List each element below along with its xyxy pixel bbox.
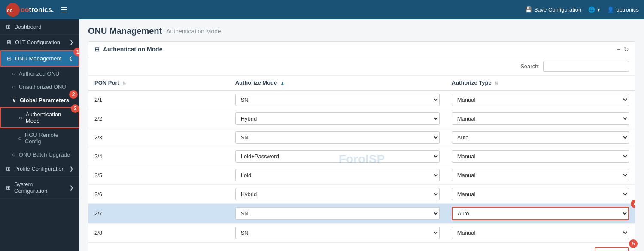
authorize-type-select[interactable]: ManualAuto — [452, 227, 629, 239]
cell-authorize-type: ManualAuto — [446, 166, 635, 185]
authorize-type-select[interactable]: ManualAuto — [452, 188, 629, 200]
navbar-left: oo ootronics. ☰ — [5, 2, 67, 18]
authorize-mode-select[interactable]: SNHybridLoid+PasswordLoidSN+Password — [235, 227, 440, 239]
cell-pon-port: 2/3 — [88, 128, 229, 147]
authorize-type-select[interactable]: ManualAuto — [452, 150, 629, 163]
sidebar-label-auth-mode: Authentication Mode — [26, 111, 73, 124]
page-title: ONU Management Authentication Mode — [88, 26, 635, 36]
annotation-2: 2 — [69, 90, 78, 99]
refresh-icon[interactable]: ↻ — [624, 46, 629, 53]
authorize-type-select[interactable]: ManualAuto — [452, 131, 629, 144]
sidebar-label-authorized-onu: Authorized ONU — [19, 70, 60, 77]
submit-button[interactable]: Submit — [595, 247, 629, 251]
svg-text:oo: oo — [7, 8, 13, 13]
onu-management-arrow: ❮ — [69, 56, 73, 61]
search-input[interactable] — [543, 61, 629, 72]
sidebar-label-dashboard: Dashboard — [14, 24, 73, 30]
sidebar-item-profile-config[interactable]: ⊞ Profile Configuration ❯ — [0, 161, 79, 177]
cell-authorize-type: ManualAuto — [446, 185, 635, 204]
cell-authorize-mode: SNHybridLoid+PasswordLoidSN+Password — [229, 147, 446, 166]
cell-pon-port: 2/5 — [88, 166, 229, 185]
sidebar-item-olt-config[interactable]: 🖥 OLT Configuration ❯ — [0, 35, 79, 50]
brand-name: oo — [21, 6, 29, 14]
sidebar-item-dashboard[interactable]: ⊞ Dashboard — [0, 19, 79, 35]
sidebar-item-unauthorized-onu[interactable]: ○ Unauthorized ONU — [0, 80, 79, 94]
sort-icon-pon[interactable]: ⇅ — [122, 81, 126, 85]
authorize-mode-select[interactable]: SNHybridLoid+PasswordLoidSN+Password — [235, 188, 440, 200]
authorize-mode-select[interactable]: SNHybridLoid+PasswordLoidSN+Password — [235, 169, 440, 181]
system-config-arrow: ❯ — [70, 185, 73, 191]
olt-config-arrow: ❯ — [70, 39, 73, 45]
dashboard-icon: ⊞ — [6, 24, 11, 30]
sidebar-label-unauthorized-onu: Unauthorized ONU — [19, 84, 66, 90]
sidebar-item-system-config[interactable]: ⊞ System Configuration ❯ — [0, 177, 79, 199]
hgu-remote-icon: ○ — [18, 135, 21, 142]
panel-title: ⊞ Authentication Mode — [94, 46, 162, 53]
language-arrow: ▾ — [597, 6, 600, 13]
table-row: 2/2SNHybridLoid+PasswordLoidSN+PasswordM… — [88, 109, 635, 128]
authorize-mode-select[interactable]: SNHybridLoid+PasswordLoidSN+Password — [235, 131, 440, 144]
content-area: ONU Management Authentication Mode ⊞ Aut… — [79, 19, 644, 251]
authorize-type-select[interactable]: ManualAuto — [452, 207, 629, 220]
brand-logo: oo ootronics. — [5, 2, 54, 18]
cell-authorize-type: ManualAuto — [446, 224, 635, 242]
page-title-main: ONU Management — [88, 26, 162, 36]
cell-pon-port: 2/1 — [88, 90, 229, 109]
table-container: ForoISP PON Port ⇅ Authorize Mode ▲ — [88, 76, 635, 242]
system-config-icon: ⊞ — [6, 184, 11, 191]
page-title-sub: Authentication Mode — [166, 28, 221, 35]
sidebar-item-auth-mode[interactable]: ○ Authentication Mode 3 — [0, 107, 79, 128]
authorize-mode-select[interactable]: SNHybridLoid+PasswordLoidSN+Password — [235, 150, 440, 163]
authorize-mode-select[interactable]: SNHybridLoid+PasswordLoidSN+Password — [235, 112, 440, 125]
user-menu[interactable]: 👤 optronics — [607, 6, 639, 13]
authorize-type-select[interactable]: ManualAuto — [452, 112, 629, 125]
authorize-type-select[interactable]: ManualAuto — [452, 94, 629, 106]
table-row: 2/1SNHybridLoid+PasswordLoidSN+PasswordM… — [88, 90, 635, 109]
sidebar-label-profile-config: Profile Configuration — [14, 166, 66, 172]
sidebar-item-onu-batch[interactable]: ○ ONU Batch Upgrade — [0, 148, 79, 161]
sidebar-item-hgu-remote[interactable]: ○ HGU Remote Config — [0, 128, 79, 148]
onu-management-icon: ⊞ — [7, 55, 12, 62]
save-config-label: Save Configuration — [534, 6, 582, 13]
cell-pon-port: 2/8 — [88, 224, 229, 242]
sidebar-label-olt-config: OLT Configuration — [15, 39, 66, 45]
onu-batch-icon: ○ — [12, 151, 15, 158]
language-icon: 🌐 — [588, 6, 595, 13]
table-body: 2/1SNHybridLoid+PasswordLoidSN+PasswordM… — [88, 90, 635, 242]
hamburger-icon[interactable]: ☰ — [61, 5, 67, 15]
sidebar-label-global-params: Global Parameters — [20, 97, 69, 103]
table-row: 2/6SNHybridLoid+PasswordLoidSN+PasswordM… — [88, 185, 635, 204]
cell-pon-port: 2/4 — [88, 147, 229, 166]
sidebar-label-hgu-remote: HGU Remote Config — [25, 132, 73, 145]
authorize-mode-select[interactable]: SNHybridLoid+PasswordLoidSN+Password — [235, 207, 440, 220]
olt-config-icon: 🖥 — [6, 39, 12, 45]
save-config-button[interactable]: 💾 Save Configuration — [525, 6, 582, 13]
profile-config-icon: ⊞ — [6, 166, 11, 172]
cell-authorize-mode: SNHybridLoid+PasswordLoidSN+Password — [229, 166, 446, 185]
col-authorize-mode: Authorize Mode ▲ — [229, 76, 446, 90]
sidebar-label-onu-batch: ONU Batch Upgrade — [19, 151, 70, 158]
col-pon-port: PON Port ⇅ — [88, 76, 229, 90]
language-selector[interactable]: 🌐 ▾ — [588, 6, 600, 13]
panel-title-label: Authentication Mode — [103, 46, 162, 53]
authorize-mode-select[interactable]: SNHybridLoid+PasswordLoidSN+Password — [235, 94, 440, 106]
auth-mode-table: PON Port ⇅ Authorize Mode ▲ Authorize Ty… — [88, 76, 635, 242]
cell-pon-port: 2/7 — [88, 204, 229, 224]
user-icon: 👤 — [607, 6, 614, 13]
username-label: optronics — [616, 6, 639, 13]
minimize-icon[interactable]: − — [617, 46, 620, 53]
table-row: 2/4SNHybridLoid+PasswordLoidSN+PasswordM… — [88, 147, 635, 166]
brand-suffix: tronics. — [29, 6, 54, 14]
sidebar-item-global-params[interactable]: ∨ Global Parameters 2 — [0, 94, 79, 107]
cell-authorize-type: 4ManualAuto — [446, 204, 635, 224]
table-row: 2/5SNHybridLoid+PasswordLoidSN+PasswordM… — [88, 166, 635, 185]
sidebar-item-onu-management[interactable]: ⊞ ONU Management ❮ 1 — [0, 50, 79, 67]
sort-icon-type[interactable]: ⇅ — [495, 81, 498, 85]
sort-icon-mode[interactable]: ▲ — [280, 81, 285, 85]
authorize-type-select[interactable]: ManualAuto — [452, 169, 629, 181]
sidebar-item-authorized-onu[interactable]: ○ Authorized ONU — [0, 67, 79, 80]
panel-actions: − ↻ — [617, 46, 629, 53]
col-authorize-type: Authorize Type ⇅ — [446, 76, 635, 90]
sidebar-label-system-config: System Configuration — [14, 181, 66, 194]
annotation-4: 4 — [631, 200, 635, 208]
